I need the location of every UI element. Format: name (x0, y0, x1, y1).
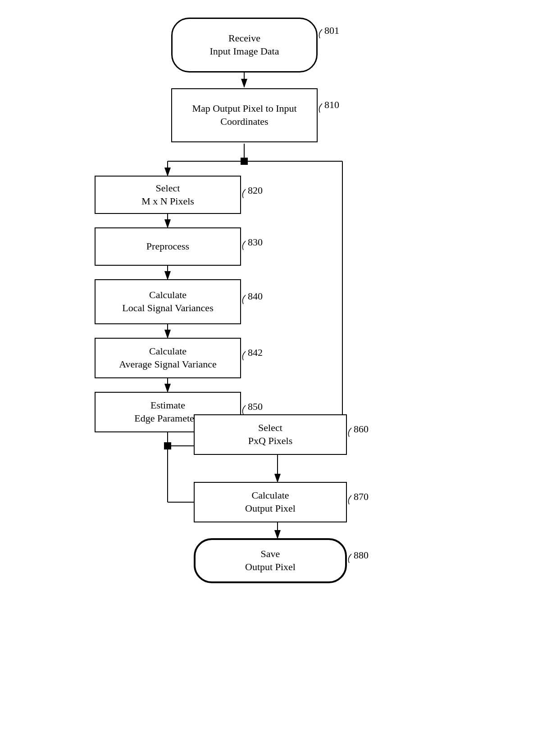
node-calc-local: Calculate Local Signal Variances (95, 279, 241, 324)
diagram-container: Receive Input Image Data 801 Map Output … (0, 0, 560, 735)
node-select-pq: Select PxQ Pixels (194, 414, 347, 455)
node-save: Save Output Pixel (194, 538, 347, 583)
node-map: Map Output Pixel to Input Coordinates (171, 88, 318, 142)
node-select-mn: Select M x N Pixels (95, 176, 241, 214)
node-calc-avg: Calculate Average Signal Variance (95, 338, 241, 378)
svg-rect-15 (164, 442, 171, 449)
svg-rect-4 (241, 158, 248, 165)
node-receive: Receive Input Image Data (171, 18, 318, 73)
node-calc-output: Calculate Output Pixel (194, 482, 347, 522)
node-preprocess: Preprocess (95, 227, 241, 266)
